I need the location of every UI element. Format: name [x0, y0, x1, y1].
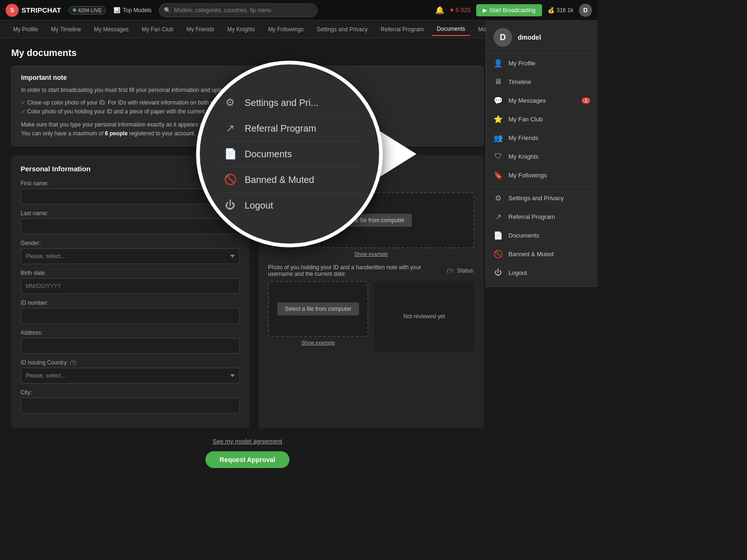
city-input[interactable]	[21, 398, 240, 413]
logo[interactable]: S STRIPCHAT	[6, 4, 61, 17]
sidebar-banned-label: Banned & Muted	[508, 251, 554, 258]
context-item-documents[interactable]: 📄 Documents	[218, 141, 360, 167]
pointer-triangle	[379, 131, 416, 177]
id-issuing-country-help-icon[interactable]: (?)	[70, 360, 76, 365]
sidebar-messages-label: My Messages	[508, 97, 546, 104]
city-row: City:	[21, 389, 240, 413]
subnav-my-fan-club[interactable]: My Fan Club	[136, 23, 179, 35]
bottom-section: See my model agreement Request Approval	[11, 438, 484, 482]
sidebar-item-followings[interactable]: 🔖 My Followings	[486, 166, 598, 184]
id-issuing-country-select[interactable]: Please, select...	[21, 368, 240, 384]
top-models-button[interactable]: 📊 Top Models	[113, 7, 151, 14]
doc1-show-example-link[interactable]: Show example	[268, 251, 474, 257]
timeline-icon: 🖥	[493, 77, 503, 86]
address-input[interactable]	[21, 338, 240, 354]
sidebar-logout-label: Logout	[508, 269, 527, 276]
doc2-row: Photo of you holding your ID and a handw…	[268, 264, 474, 352]
address-row: Address:	[21, 329, 240, 354]
model-agreement-link[interactable]: See my model agreement	[213, 438, 282, 445]
context-item-logout[interactable]: ⏻ Logout	[218, 193, 360, 218]
live-count-text: 4204 LIVE	[78, 7, 102, 13]
doc2-help-icon[interactable]: (?)	[447, 268, 453, 273]
id-issuing-country-label: ID Issuing Country: (?)	[21, 359, 240, 366]
sidebar-item-my-friends[interactable]: 👥 My Friends	[486, 128, 598, 147]
doc2-not-reviewed-status: Not reviewed yet	[403, 313, 445, 320]
subnav-my-profile[interactable]: My Profile	[7, 23, 43, 35]
context-menu-overlay: ⚙ Settings and Pri... ↗ Referral Program…	[196, 61, 383, 247]
sidebar-item-my-knights[interactable]: 🛡 My Knights	[486, 147, 598, 166]
sidebar-item-my-profile[interactable]: 👤 My Profile	[486, 54, 598, 72]
doc2-status-area: Not reviewed yet	[374, 281, 474, 352]
sidebar-item-logout[interactable]: ⏻ Logout	[486, 263, 598, 282]
context-item-settings[interactable]: ⚙ Settings and Pri...	[218, 90, 360, 116]
sidebar-item-timeline[interactable]: 🖥 Timeline	[486, 72, 598, 91]
subnav-my-timeline[interactable]: My Timeline	[45, 23, 86, 35]
live-dot	[73, 8, 76, 12]
logout-icon: ⏻	[493, 268, 503, 277]
subnav-my-followings[interactable]: My Followings	[262, 23, 309, 35]
id-number-label: ID number:	[21, 300, 240, 306]
sidebar-knights-label: My Knights	[508, 153, 538, 160]
last-name-input[interactable]	[21, 218, 240, 234]
context-referral-label: Referral Program	[245, 123, 316, 134]
logout-icon: ⏻	[223, 199, 237, 211]
hearts-value: 5 025	[456, 7, 471, 14]
context-banned-label: Banned & Muted	[245, 175, 314, 185]
tokens-icon: 💰	[548, 7, 555, 14]
banned-icon: 🚫	[493, 249, 503, 259]
message-icon: 💬	[493, 96, 503, 105]
top-navigation: S STRIPCHAT 4204 LIVE 📊 Top Models 🔍 Mod…	[0, 0, 598, 21]
birth-date-input[interactable]	[21, 278, 240, 294]
city-label: City:	[21, 389, 240, 396]
sidebar-item-banned[interactable]: 🚫 Banned & Muted	[486, 245, 598, 263]
nav-right-section: 🔔 ♥ 5 025 ▶ Start Broadcasting 💰 316 1k …	[435, 4, 592, 17]
sidebar-user-section: D dmodel	[486, 21, 598, 54]
id-number-input[interactable]	[21, 308, 240, 324]
doc2-upload-area: Select a file from computer	[268, 281, 368, 337]
sidebar-documents-label: Documents	[508, 232, 539, 239]
doc2-select-file-button[interactable]: Select a file from computer	[277, 302, 359, 315]
user-avatar[interactable]: D	[579, 4, 592, 17]
note2-suffix: registered to your account.	[129, 130, 196, 137]
share-icon: ↗	[223, 122, 237, 134]
live-count-badge: 4204 LIVE	[69, 6, 106, 14]
sidebar-item-settings[interactable]: ⚙ Settings and Privacy	[486, 189, 598, 207]
request-approval-button[interactable]: Request Approval	[205, 451, 289, 468]
notifications-bell-icon[interactable]: 🔔	[435, 6, 444, 14]
note2-bold: 6 people	[105, 130, 128, 137]
context-documents-label: Documents	[245, 149, 292, 160]
subnav-my-friends[interactable]: My Friends	[181, 23, 219, 35]
settings-icon: ⚙	[493, 193, 503, 203]
context-logout-label: Logout	[245, 200, 273, 211]
sidebar-my-profile-label: My Profile	[508, 60, 536, 67]
sidebar-item-documents[interactable]: 📄 Documents	[486, 226, 598, 245]
id-issuing-country-row: ID Issuing Country: (?) Please, select..…	[21, 359, 240, 384]
sidebar-divider	[486, 186, 598, 187]
chart-icon: 📊	[113, 7, 120, 14]
doc2-status-label: Status:	[457, 267, 474, 274]
doc2-show-example-link[interactable]: Show example	[268, 340, 368, 345]
subnav-documents[interactable]: Documents	[431, 23, 471, 36]
hearts-count: ♥ 5 025	[450, 7, 471, 14]
search-bar[interactable]: 🔍 Models, categories, countries, tip men…	[159, 3, 317, 17]
gender-select[interactable]: Please, select...	[21, 248, 240, 264]
subnav-settings-privacy[interactable]: Settings and Privacy	[311, 23, 373, 35]
start-broadcasting-button[interactable]: ▶ Start Broadcasting	[476, 4, 542, 16]
context-item-banned[interactable]: 🚫 Banned & Muted	[218, 167, 360, 193]
gender-label: Gender:	[21, 240, 240, 246]
person-icon: 👤	[493, 58, 503, 68]
subnav-referral-program[interactable]: Referral Program	[375, 23, 430, 35]
sidebar-item-fan-club[interactable]: ⭐ My Fan Club	[486, 110, 598, 128]
context-item-referral[interactable]: ↗ Referral Program	[218, 116, 360, 141]
birth-date-row: Birth date:	[21, 270, 240, 294]
last-name-label: Last name:	[21, 210, 240, 217]
search-icon: 🔍	[164, 7, 171, 14]
people-icon: 👥	[493, 133, 503, 142]
subnav-my-messages[interactable]: My Messages	[88, 23, 134, 35]
sidebar-item-referral[interactable]: ↗ Referral Program	[486, 207, 598, 226]
sidebar-followings-label: My Followings	[508, 172, 547, 179]
top-models-label: Top Models	[123, 7, 151, 14]
subnav-my-knights[interactable]: My Knights	[222, 23, 261, 35]
play-icon: ▶	[483, 7, 487, 14]
sidebar-item-my-messages[interactable]: 💬 My Messages 1	[486, 91, 598, 110]
